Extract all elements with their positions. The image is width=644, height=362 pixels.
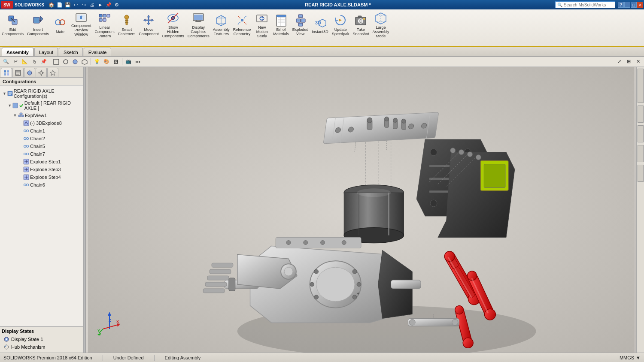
display-state-1[interactable]: Display State-1 bbox=[2, 335, 82, 343]
tab-evaluate[interactable]: Evaluate bbox=[84, 48, 112, 56]
tree-item-explode-step4[interactable]: Explode Step4 bbox=[0, 173, 83, 181]
panel-tab-config[interactable] bbox=[36, 68, 47, 77]
tree-item-chain5[interactable]: Chain5 bbox=[0, 142, 83, 150]
view-tile-icon[interactable]: ⊞ bbox=[624, 58, 633, 66]
tree-expand-default[interactable]: ▼ bbox=[7, 103, 12, 109]
view-appearance-icon[interactable]: 🎨 bbox=[102, 58, 111, 66]
tree-item-3dexplode8[interactable]: (-) 3DExplode8 bbox=[0, 119, 83, 127]
svg-text:3D: 3D bbox=[315, 20, 321, 25]
search-input[interactable] bbox=[564, 3, 611, 7]
new-motion-study-button[interactable]: NewMotionStudy bbox=[252, 10, 271, 39]
exploded-view-button[interactable]: ExplodedView bbox=[291, 10, 310, 39]
help-button[interactable]: ? bbox=[618, 2, 624, 8]
view-more-icon[interactable]: ••• bbox=[134, 58, 142, 66]
sidebar-btn-3[interactable] bbox=[638, 125, 644, 142]
svg-rect-150 bbox=[210, 269, 231, 274]
view-snap-icon[interactable]: 📌 bbox=[39, 58, 48, 66]
tree-item-configurations-root[interactable]: ▼ REAR RIGID AXLE Configuration(s) bbox=[0, 87, 83, 100]
panel-tab-display[interactable] bbox=[24, 68, 35, 77]
insert-components-button[interactable]: InsertComponents bbox=[25, 10, 51, 39]
update-speedpak-button[interactable]: UpdateSpeedpak bbox=[330, 10, 351, 39]
tree-expand-root[interactable]: ▼ bbox=[2, 90, 7, 97]
view-faces-icon[interactable] bbox=[52, 58, 61, 66]
panel-tab-property[interactable] bbox=[12, 68, 24, 77]
svg-rect-24 bbox=[194, 15, 203, 20]
print-button[interactable]: 🖨 bbox=[88, 1, 96, 9]
reference-geometry-button[interactable]: ReferenceGeometry bbox=[231, 10, 253, 39]
show-hidden-button[interactable]: ShowHiddenComponents bbox=[161, 10, 186, 39]
component-preview-button[interactable]: ComponentPreviewWindow bbox=[70, 10, 93, 39]
panel-tab-favorites[interactable] bbox=[47, 68, 58, 77]
select-button[interactable]: ▶ bbox=[97, 1, 104, 9]
redo-button[interactable]: ↪ bbox=[80, 1, 88, 9]
sw-logo: SW SOLIDWORKS bbox=[1, 1, 44, 9]
panel-tab-feature-tree[interactable] bbox=[1, 68, 12, 77]
tree-item-explode-step3[interactable]: Explode Step3 bbox=[0, 166, 83, 173]
tree-item-chain1[interactable]: Chain1 bbox=[0, 127, 83, 135]
title-controls[interactable]: 🔍 ? _ □ × bbox=[555, 1, 643, 8]
take-snapshot-button[interactable]: TakeSnapshot bbox=[351, 10, 371, 39]
home-button[interactable]: 🏠 bbox=[48, 1, 55, 9]
close-button[interactable]: × bbox=[637, 2, 643, 8]
large-assembly-mode-button[interactable]: LargeAssemblyMode bbox=[371, 10, 391, 39]
sidebar-btn-4[interactable] bbox=[638, 145, 644, 162]
view-right-controls[interactable]: ⤢ ⊞ ✕ bbox=[615, 58, 642, 66]
sidebar-btn-2[interactable] bbox=[638, 106, 644, 123]
toolbar-separator-3 bbox=[122, 58, 122, 65]
status-units-arrow[interactable]: ▼ bbox=[636, 355, 641, 360]
hub-mechanism-item[interactable]: Hub Mechanism bbox=[2, 343, 82, 351]
tree-item-chain2[interactable]: Chain2 bbox=[0, 135, 83, 142]
explode-step1-icon bbox=[23, 159, 29, 165]
view-light-icon[interactable]: 💡 bbox=[93, 58, 101, 66]
view-zoom-icon[interactable]: 🔍 bbox=[2, 58, 10, 66]
tab-layout[interactable]: Layout bbox=[34, 48, 58, 56]
edit-components-button[interactable]: EditComponents bbox=[0, 10, 25, 39]
view-camera-icon[interactable]: 📺 bbox=[124, 58, 133, 66]
search-box[interactable]: 🔍 bbox=[555, 1, 615, 8]
view-scene-icon[interactable]: 🖼 bbox=[112, 58, 120, 66]
window-controls[interactable]: ? _ □ × bbox=[618, 2, 643, 8]
minimize-button[interactable]: _ bbox=[624, 2, 630, 8]
maximize-button[interactable]: □ bbox=[631, 2, 637, 8]
svg-rect-76 bbox=[18, 115, 21, 117]
take-snapshot-label: TakeSnapshot bbox=[352, 28, 369, 36]
options-button[interactable]: ⚙ bbox=[113, 1, 121, 9]
ribbon: EditComponents InsertComponents Mate bbox=[0, 9, 644, 47]
assembly-features-button[interactable]: AssemblyFeatures bbox=[211, 10, 231, 39]
tab-sketch[interactable]: Sketch bbox=[59, 48, 83, 56]
view-measure-icon[interactable]: 📐 bbox=[21, 58, 29, 66]
smart-fasteners-button[interactable]: SmartFasteners bbox=[116, 10, 137, 39]
view-wireframe-icon[interactable] bbox=[80, 58, 89, 66]
toolbar-separator bbox=[50, 58, 50, 65]
tree-item-chain6[interactable]: Chain6 bbox=[0, 181, 83, 189]
linear-pattern-button[interactable]: LinearComponentPattern bbox=[93, 10, 117, 39]
view-section-icon[interactable]: ✂ bbox=[11, 58, 20, 66]
tree-item-chain7[interactable]: Chain7 bbox=[0, 150, 83, 158]
undo-button[interactable]: ↩ bbox=[72, 1, 80, 9]
save-button[interactable]: 💾 bbox=[64, 1, 72, 9]
update-speedpak-label: UpdateSpeedpak bbox=[332, 28, 349, 36]
bill-of-materials-button[interactable]: Bill ofMaterials bbox=[271, 10, 291, 39]
pin-button[interactable]: 📌 bbox=[105, 1, 112, 9]
view-shaded-icon[interactable] bbox=[71, 58, 79, 66]
view-close-icon[interactable]: ✕ bbox=[634, 58, 642, 66]
component-preview-label: ComponentPreviewWindow bbox=[71, 24, 91, 37]
sidebar-btn-5[interactable] bbox=[638, 165, 644, 182]
sidebar-btn-1[interactable] bbox=[638, 69, 644, 103]
instant3d-button[interactable]: 3D Instant3D bbox=[310, 10, 330, 39]
quick-access-toolbar[interactable]: 🏠 📄 💾 ↩ ↪ 🖨 ▶ 📌 ⚙ bbox=[48, 1, 121, 9]
tree-expand-explview1[interactable]: ▼ bbox=[12, 112, 18, 118]
new-button[interactable]: 📄 bbox=[56, 1, 64, 9]
view-display-icon[interactable] bbox=[61, 58, 70, 66]
tab-assembly[interactable]: Assembly bbox=[2, 48, 33, 56]
display-graphics-button[interactable]: DisplayGraphicsComponents bbox=[186, 10, 211, 39]
tree-item-explview1[interactable]: ▼ ExplView1 bbox=[0, 112, 83, 119]
viewport[interactable]: + Z X Y bbox=[86, 67, 636, 353]
view-select-icon[interactable]: 🖱 bbox=[30, 58, 39, 66]
large-assembly-mode-icon bbox=[374, 11, 388, 25]
move-component-button[interactable]: MoveComponent bbox=[137, 10, 161, 39]
view-fullscreen-icon[interactable]: ⤢ bbox=[615, 58, 623, 66]
tree-item-explode-step1[interactable]: Explode Step1 bbox=[0, 158, 83, 166]
tree-item-default-config[interactable]: ▼ Default [ REAR RIGID AXLE ] bbox=[0, 100, 83, 112]
mate-button[interactable]: Mate bbox=[51, 10, 70, 39]
